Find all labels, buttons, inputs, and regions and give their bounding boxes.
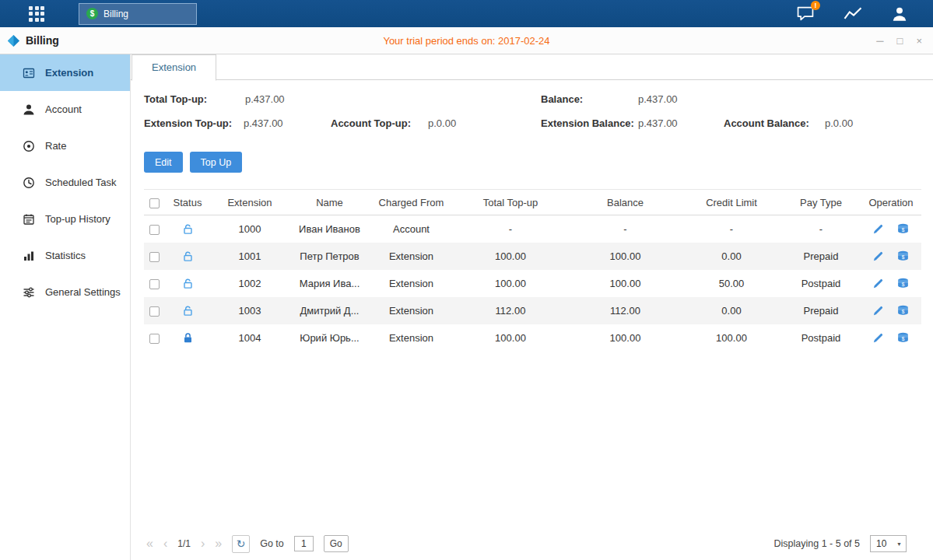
- topup-icon[interactable]: $: [896, 250, 910, 262]
- prev-page-button[interactable]: ‹: [163, 537, 167, 550]
- edit-icon[interactable]: [872, 278, 884, 289]
- last-page-button[interactable]: »: [215, 537, 222, 550]
- sidebar-item-rate[interactable]: Rate: [0, 128, 130, 164]
- window-controls: ─ □ ×: [876, 36, 922, 46]
- table-row: 1000Иван ИвановAccount----$: [144, 215, 921, 243]
- extension-icon: [23, 67, 35, 79]
- svg-text:$: $: [902, 282, 905, 287]
- chart-icon[interactable]: [843, 5, 863, 22]
- name-cell: Дмитрий Д...: [289, 297, 370, 324]
- rate-icon: [23, 140, 35, 152]
- credit-limit-cell: 100.00: [682, 324, 781, 352]
- sidebar-item-extension[interactable]: Extension: [0, 54, 130, 91]
- balance-value: p.437.00: [638, 93, 678, 105]
- next-page-button[interactable]: ›: [201, 537, 205, 550]
- sidebar-item-label: Scheduled Task: [45, 177, 117, 188]
- edit-button[interactable]: Edit: [144, 152, 183, 173]
- chat-icon[interactable]: !: [796, 5, 815, 22]
- charged-from-cell: Extension: [370, 324, 452, 352]
- pay-type-cell: Postpaid: [781, 324, 861, 352]
- window-title-bar: Billing Your trial period ends on: 2017-…: [0, 27, 933, 54]
- row-checkbox[interactable]: [149, 306, 160, 317]
- user-icon[interactable]: [891, 6, 908, 22]
- select-all-checkbox[interactable]: [149, 198, 160, 208]
- topup-icon[interactable]: $: [896, 332, 910, 344]
- scheduled-task-icon: [23, 177, 35, 189]
- name-cell: Юрий Юрь...: [289, 324, 370, 352]
- billing-app-tab[interactable]: $ Billing: [79, 3, 197, 25]
- edit-icon[interactable]: [872, 332, 884, 344]
- balance-cell: 100.00: [569, 270, 682, 297]
- total-topup-value: p.437.00: [245, 93, 285, 105]
- edit-icon[interactable]: [872, 305, 884, 317]
- minimize-button[interactable]: ─: [876, 36, 883, 46]
- sidebar-item-account[interactable]: Account: [0, 91, 130, 128]
- maximize-button[interactable]: □: [897, 36, 903, 46]
- refresh-button[interactable]: ↻: [232, 535, 250, 553]
- credit-limit-cell: -: [682, 215, 781, 243]
- pagination-bar: « ‹ 1/1 › » ↻ Go to Go Displaying 1 - 5 …: [146, 534, 907, 554]
- credit-limit-cell: 0.00: [682, 243, 781, 270]
- first-page-button[interactable]: «: [146, 537, 153, 550]
- sidebar-menu: ExtensionAccountRateScheduled TaskTop-up…: [0, 54, 130, 310]
- total-topup-cell: 100.00: [452, 270, 569, 297]
- general-settings-icon: [23, 286, 35, 299]
- pay-type-cell: Prepaid: [781, 243, 861, 270]
- sidebar-item-statistics[interactable]: Statistics: [0, 237, 130, 274]
- topup-icon[interactable]: $: [896, 223, 910, 235]
- column-header-credit-limit: Credit Limit: [682, 190, 781, 215]
- account-icon: [23, 103, 35, 116]
- edit-icon[interactable]: [872, 223, 884, 235]
- row-checkbox[interactable]: [149, 334, 160, 344]
- extension-cell: 1003: [211, 297, 289, 324]
- sidebar-item-label: Rate: [45, 140, 66, 152]
- edit-icon[interactable]: [872, 250, 884, 262]
- row-checkbox[interactable]: [149, 279, 160, 289]
- column-header-balance: Balance: [569, 190, 682, 215]
- table-header-row: StatusExtensionNameCharged FromTotal Top…: [144, 190, 921, 215]
- name-cell: Мария Ива...: [289, 270, 370, 297]
- balance-cell: 100.00: [569, 243, 682, 270]
- page-size-select[interactable]: 10 ▼: [870, 535, 907, 552]
- tab-extension[interactable]: Extension: [132, 54, 216, 81]
- sidebar-item-scheduled-task[interactable]: Scheduled Task: [0, 164, 130, 201]
- charged-from-cell: Extension: [370, 270, 452, 297]
- account-topup-value: p.0.00: [428, 117, 456, 129]
- balance-label: Balance:: [541, 93, 583, 105]
- extension-topup-value: p.437.00: [244, 117, 283, 129]
- account-balance-value: p.0.00: [825, 117, 853, 129]
- topup-icon[interactable]: $: [896, 305, 910, 317]
- table-row: 1003Дмитрий Д...Extension112.00112.000.0…: [144, 297, 921, 324]
- apps-grid-icon[interactable]: [29, 6, 44, 22]
- extension-cell: 1000: [211, 215, 289, 243]
- column-header-pay-type: Pay Type: [781, 190, 861, 215]
- row-checkbox[interactable]: [149, 225, 160, 235]
- charged-from-cell: Extension: [370, 297, 452, 324]
- sidebar-item-label: Statistics: [45, 250, 86, 261]
- tab-strip: Extension: [131, 54, 933, 80]
- go-button[interactable]: Go: [324, 535, 349, 552]
- sidebar-item-top-up-history[interactable]: Top-up History: [0, 201, 130, 237]
- column-header-extension: Extension: [211, 190, 289, 215]
- unlocked-icon: [182, 278, 194, 289]
- row-checkbox[interactable]: [149, 252, 160, 262]
- svg-text:$: $: [902, 309, 905, 314]
- statistics-icon: [23, 250, 35, 262]
- unlocked-icon: [182, 305, 194, 317]
- sidebar-item-general-settings[interactable]: General Settings: [0, 274, 130, 310]
- displaying-text: Displaying 1 - 5 of 5: [774, 538, 860, 549]
- table-row: 1002Мария Ива...Extension100.00100.0050.…: [144, 270, 921, 297]
- table-body: 1000Иван ИвановAccount----$1001Петр Петр…: [144, 215, 921, 352]
- balance-cell: 112.00: [569, 297, 682, 324]
- svg-text:$: $: [902, 336, 905, 341]
- total-topup-label: Total Top-up:: [144, 93, 207, 105]
- topup-history-icon: [23, 213, 35, 226]
- page-size-value: 10: [871, 538, 896, 549]
- goto-page-input[interactable]: [294, 536, 314, 551]
- top-up-button[interactable]: Top Up: [190, 152, 243, 173]
- column-header-charged-from: Charged From: [370, 190, 452, 215]
- topup-icon[interactable]: $: [896, 278, 910, 289]
- close-button[interactable]: ×: [916, 36, 922, 46]
- sidebar-item-label: General Settings: [45, 286, 121, 298]
- sidebar-item-label: Top-up History: [45, 213, 110, 225]
